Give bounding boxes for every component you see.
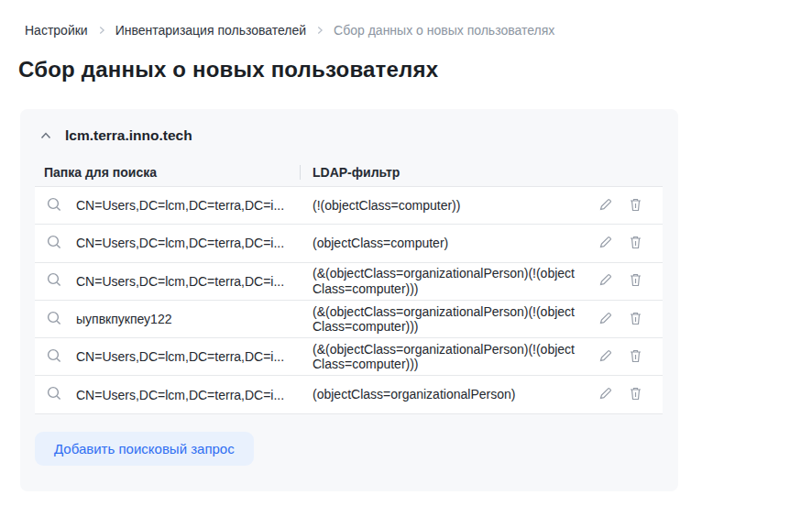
edit-button[interactable]: [598, 386, 613, 403]
delete-button[interactable]: [629, 272, 642, 290]
collapse-chevron-up-icon[interactable]: [38, 128, 53, 143]
trash-icon: [629, 272, 642, 290]
trash-icon: [629, 311, 642, 328]
edit-button[interactable]: [598, 348, 613, 366]
ldap-filter: (objectClass=computer): [313, 236, 580, 251]
search-folder: CN=Users,DC=lcm,DC=terra,DC=i...: [76, 236, 313, 250]
search-folder: CN=Users,DC=lcm,DC=terra,DC=i...: [76, 349, 313, 364]
delete-button[interactable]: [629, 235, 642, 252]
pencil-icon: [598, 386, 613, 403]
delete-button[interactable]: [629, 311, 642, 328]
pencil-icon: [598, 235, 613, 252]
edit-button[interactable]: [598, 272, 613, 290]
breadcrumb-item-current: Сбор данных о новых пользователях: [334, 23, 554, 38]
add-search-query-button[interactable]: Добавить поисковый запрос: [35, 432, 254, 466]
table-row: CN=Users,DC=lcm,DC=terra,DC=i... (!(obje…: [35, 187, 663, 225]
domain-name: lcm.terra.inno.tech: [65, 127, 192, 144]
search-icon: [46, 271, 62, 291]
edit-button[interactable]: [598, 197, 613, 214]
ldap-filter: (objectClass=organizationalPerson): [313, 387, 580, 402]
search-queries-table: Папка для поиска LDAP-фильтр CN=Users,DC…: [35, 159, 663, 414]
chevron-right-icon: [314, 25, 325, 36]
trash-icon: [629, 348, 642, 366]
edit-button[interactable]: [598, 235, 613, 252]
trash-icon: [629, 235, 642, 252]
ldap-filter: (&(objectClass=organizationalPerson)(!(o…: [313, 304, 580, 335]
table-row: CN=Users,DC=lcm,DC=terra,DC=i... (object…: [35, 225, 663, 262]
trash-icon: [629, 197, 642, 214]
search-icon: [46, 347, 62, 367]
trash-icon: [629, 386, 642, 403]
pencil-icon: [598, 272, 613, 290]
delete-button[interactable]: [629, 197, 642, 214]
search-icon: [46, 196, 62, 215]
breadcrumb-item-settings[interactable]: Настройки: [25, 23, 88, 38]
ldap-filter: (!(objectClass=computer)): [313, 198, 580, 214]
domain-panel: lcm.terra.inno.tech Папка для поиска LDA…: [20, 109, 678, 491]
delete-button[interactable]: [629, 348, 642, 366]
search-folder: CN=Users,DC=lcm,DC=terra,DC=i...: [76, 198, 313, 213]
table-row: CN=Users,DC=lcm,DC=terra,DC=i... (&(obje…: [35, 338, 663, 376]
page-title: Сбор данных о новых пользователях: [18, 57, 812, 82]
pencil-icon: [598, 311, 613, 328]
breadcrumb: Настройки Инвентаризация пользователей С…: [25, 23, 812, 38]
domain-section-header: lcm.terra.inno.tech: [20, 109, 678, 144]
ldap-filter: (&(objectClass=organizationalPerson)(!(o…: [313, 266, 580, 296]
search-folder: CN=Users,DC=lcm,DC=terra,DC=i...: [76, 388, 313, 402]
column-header-ldap-filter: LDAP-фильтр: [301, 165, 400, 180]
table-row: ыупвкпукпеу122 (&(objectClass=organizati…: [35, 301, 663, 338]
ldap-filter: (&(objectClass=organizationalPerson)(!(o…: [313, 342, 580, 372]
pencil-icon: [598, 197, 613, 214]
search-icon: [46, 310, 62, 329]
column-header-folder: Папка для поиска: [35, 165, 300, 180]
breadcrumb-item-user-inventory[interactable]: Инвентаризация пользователей: [115, 23, 306, 38]
delete-button[interactable]: [629, 386, 642, 403]
edit-button[interactable]: [598, 311, 613, 328]
table-row: CN=Users,DC=lcm,DC=terra,DC=i... (object…: [35, 376, 663, 413]
search-icon: [46, 234, 62, 253]
search-folder: ыупвкпукпеу122: [76, 312, 313, 326]
table-row: CN=Users,DC=lcm,DC=terra,DC=i... (&(obje…: [35, 263, 663, 301]
table-header-row: Папка для поиска LDAP-фильтр: [35, 159, 663, 187]
search-folder: CN=Users,DC=lcm,DC=terra,DC=i...: [76, 274, 313, 289]
pencil-icon: [598, 348, 613, 366]
chevron-right-icon: [96, 25, 107, 36]
search-icon: [46, 385, 62, 404]
